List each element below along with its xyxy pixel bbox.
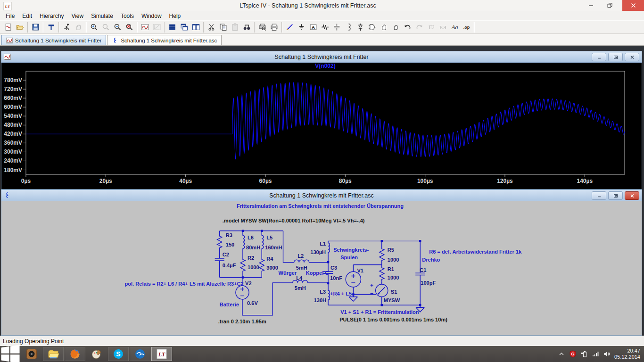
copy-button[interactable] (217, 21, 229, 33)
diode-button[interactable] (355, 21, 366, 33)
toolbar-separator (203, 22, 204, 33)
volume-icon[interactable] (603, 350, 611, 358)
schem-minimize-button[interactable] (592, 191, 606, 200)
zoom-full-button[interactable] (124, 21, 135, 33)
component-S1[interactable]: S1 MYSW (371, 284, 400, 303)
ground-button[interactable] (296, 21, 307, 33)
autorange-button[interactable] (151, 21, 163, 33)
taskbar-file-explorer[interactable] (43, 347, 64, 361)
save-button[interactable] (30, 21, 41, 33)
taskbar-firefox[interactable] (65, 347, 85, 361)
paste-button[interactable] (229, 21, 241, 33)
component-R2[interactable]: R2 1000 (240, 253, 259, 277)
tile-vertical-button[interactable] (190, 21, 202, 33)
drag-button[interactable] (390, 21, 402, 33)
waveform-plot-area[interactable]: 780mV720mV660mV600mV540mV480mV420mV360mV… (1, 63, 642, 189)
find-button[interactable] (241, 21, 253, 33)
component-R5[interactable]: R5 1000 (380, 241, 399, 264)
component-L6[interactable]: L6 80mH (243, 231, 260, 253)
spice-directive-button[interactable]: .op (461, 21, 472, 33)
tab-schematic[interactable]: Schaltung 1 Schwingkreis mit Fritter.asc (107, 35, 222, 45)
schematic-canvas[interactable]: Frittersimulation am Schwingkreis mit en… (1, 201, 642, 335)
network-signal-icon[interactable] (592, 350, 599, 358)
menu-edit[interactable]: Edit (18, 12, 36, 20)
taskbar-ltspice[interactable]: LT (151, 347, 172, 361)
component-C2[interactable]: C2 0.4µF (215, 252, 236, 277)
wave-minimize-button[interactable] (592, 53, 606, 61)
window-restore-button[interactable] (603, 0, 617, 11)
schem-close-button[interactable] (625, 191, 639, 200)
print-preview-button[interactable] (256, 21, 268, 33)
control-panel-button[interactable] (45, 21, 57, 33)
menu-simulate[interactable]: Simulate (87, 12, 117, 20)
window-close-button[interactable] (622, 0, 644, 11)
tran-directive[interactable]: .tran 0 2.10m 1.95m (218, 319, 266, 324)
tab-waveform[interactable]: Schaltung 1 Schwingkreis mit Fritter (1, 35, 106, 45)
component-V1[interactable]: V1 (346, 268, 363, 287)
wire-button[interactable] (284, 21, 296, 33)
component-R3[interactable]: R3 150 (217, 231, 235, 253)
redo-button[interactable] (413, 21, 425, 33)
inductor-button[interactable] (343, 21, 355, 33)
undo-button[interactable] (402, 21, 413, 33)
component-L3[interactable]: L3 130H (314, 273, 330, 305)
wave-close-button[interactable] (625, 53, 639, 61)
pulse-directive[interactable]: PULSE(0 1 1ms 0.001ms 0.001ms 1ms 10m) (339, 317, 447, 322)
window-minimize-button[interactable] (584, 0, 598, 11)
run-button[interactable] (61, 21, 73, 33)
gdata-shield-icon[interactable]: G (569, 350, 577, 358)
component-L1[interactable]: L1 130µH (310, 241, 330, 255)
cut-button[interactable] (206, 21, 217, 33)
resistor-button[interactable] (319, 21, 331, 33)
taskbar-audio-app[interactable] (21, 347, 42, 361)
label-net-button[interactable]: A (307, 21, 319, 33)
taskbar-skype[interactable]: S (108, 347, 129, 361)
taskbar-paint-app[interactable] (86, 347, 107, 361)
halt-icon (74, 23, 83, 31)
open-button[interactable] (14, 21, 26, 33)
menu-hierarchy[interactable]: Hierarchy (36, 12, 67, 20)
component-C1[interactable]: C1 100pF (415, 267, 436, 286)
text-button[interactable]: Aa (449, 21, 461, 33)
svg-text:1000: 1000 (248, 264, 259, 270)
zoom-back-button[interactable] (100, 21, 112, 33)
plot-settings-button[interactable] (139, 21, 151, 33)
schematic-window-titlebar[interactable]: Schaltung 1 Schwingkreis mit Fritter.asc (1, 190, 642, 201)
tray-expand-icon[interactable] (558, 350, 565, 358)
taskbar-clock[interactable]: 20:47 05.12.2014 (614, 348, 640, 360)
redo-icon (415, 23, 423, 31)
save-icon (32, 23, 40, 31)
rotate-button[interactable]: E (425, 21, 437, 33)
zoom-out-button[interactable] (112, 21, 124, 33)
menu-window[interactable]: Window (138, 12, 165, 20)
capacitor-button[interactable] (331, 21, 343, 33)
battery-plug-icon[interactable] (580, 350, 588, 358)
model-directive[interactable]: .model MYSW SW(Ron=0.00001 Roff=10Meg Vt… (223, 218, 365, 223)
taskbar-openoffice[interactable] (130, 347, 150, 361)
component-R1[interactable]: R1 1000 (380, 265, 399, 282)
menu-view[interactable]: View (67, 12, 87, 20)
menu-tools[interactable]: Tools (117, 12, 138, 20)
menu-help[interactable]: Help (165, 12, 185, 20)
waveform-window-titlebar[interactable]: Schaltung 1 Schwingkreis mit Fritter (1, 51, 642, 63)
print-button[interactable] (268, 21, 280, 33)
menu-file[interactable]: File (2, 12, 18, 20)
zoom-in-button[interactable] (88, 21, 100, 33)
start-button[interactable] (0, 346, 21, 362)
component-button[interactable] (366, 21, 378, 33)
wave-plot[interactable]: 780mV720mV660mV600mV540mV480mV420mV360mV… (1, 63, 642, 189)
tile-horizontal-button[interactable] (166, 21, 178, 33)
svg-text:R4: R4 (266, 255, 273, 261)
new-schematic-button[interactable] (2, 21, 14, 33)
schem-restore-button[interactable] (608, 191, 623, 200)
halt-button[interactable] (73, 21, 84, 33)
mirror-button[interactable]: EƎ (437, 21, 449, 33)
component-L5[interactable]: L5 160mH (262, 231, 282, 253)
move-button[interactable] (378, 21, 390, 33)
cascade-button[interactable] (178, 21, 190, 33)
component-L2[interactable]: L2 5mH (294, 253, 309, 271)
wave-restore-button[interactable] (608, 53, 623, 61)
component-R4[interactable]: R4 3000 (259, 253, 278, 277)
note-koppel-c: Koppel C (306, 270, 329, 276)
component-L4[interactable]: L4 5mH (293, 275, 308, 291)
